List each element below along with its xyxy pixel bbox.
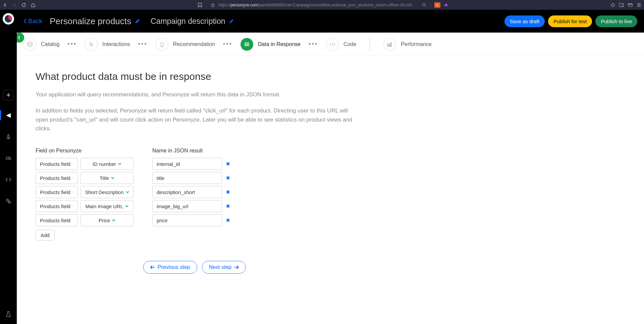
campaign-title: Personalize products xyxy=(50,16,141,27)
step-interactions[interactable]: Interactions xyxy=(85,38,130,51)
remove-row-icon[interactable]: ✖ xyxy=(226,175,230,181)
step-separator: ••• xyxy=(223,41,232,48)
description-1: Your application will query recommendati… xyxy=(36,90,354,99)
browser-home-icon[interactable] xyxy=(31,3,36,7)
save-draft-button[interactable]: Save as draft xyxy=(504,15,545,27)
attribute-dropdown[interactable]: Short Description xyxy=(80,186,133,198)
launch-icon[interactable] xyxy=(2,130,15,143)
svg-point-12 xyxy=(28,42,32,44)
campaigns-icon[interactable] xyxy=(2,108,15,122)
step-catalog[interactable]: Catalog xyxy=(23,38,59,51)
browser-forward-icon[interactable] xyxy=(12,3,17,7)
step-separator: ••• xyxy=(67,41,77,48)
lab-icon[interactable] xyxy=(2,307,15,321)
remove-row-icon[interactable]: ✖ xyxy=(226,161,230,167)
extensions-icon[interactable] xyxy=(610,3,615,7)
attribute-dropdown[interactable]: Price xyxy=(80,214,133,226)
json-name-input[interactable] xyxy=(152,214,222,226)
svg-rect-19 xyxy=(389,43,390,46)
browser-toolbar: https://personyze.com/panel/id/6668#cat=… xyxy=(0,0,644,10)
left-rail xyxy=(0,10,17,324)
section-title: What product data must be in response xyxy=(36,71,354,82)
remove-row-icon[interactable]: ✖ xyxy=(226,189,230,195)
previous-step-button[interactable]: Previous step xyxy=(143,261,197,274)
edit-title-icon[interactable] xyxy=(135,18,141,24)
brave-shield-icon[interactable]: 2 xyxy=(434,2,440,8)
step-bar: Catalog ••• Interactions ••• Recommendat… xyxy=(17,33,644,56)
back-link[interactable]: Back xyxy=(23,17,42,25)
svg-point-1 xyxy=(423,3,425,6)
step-recommendation[interactable]: Recommendation xyxy=(156,38,215,51)
json-name-input[interactable] xyxy=(152,172,222,184)
svg-rect-5 xyxy=(628,4,632,4)
svg-rect-2 xyxy=(620,3,624,7)
products-field-dropdown[interactable]: Products field xyxy=(36,200,78,212)
remove-row-icon[interactable]: ✖ xyxy=(226,218,230,223)
products-field-dropdown[interactable]: Products field xyxy=(36,172,78,184)
attribute-dropdown[interactable]: ID number xyxy=(80,158,133,170)
settings-icon[interactable] xyxy=(2,194,15,208)
sidepanel-icon[interactable] xyxy=(619,3,624,7)
edit-description-icon[interactable] xyxy=(229,18,234,24)
zoom-icon[interactable] xyxy=(422,3,427,7)
campaign-description: Campaign description xyxy=(151,17,234,26)
step-data[interactable]: Data in Response xyxy=(240,38,301,51)
description-2: In addition to fields you selected, Pers… xyxy=(36,106,354,133)
step-performance[interactable]: Performance xyxy=(383,38,432,51)
attribute-dropdown[interactable]: Main Image URL xyxy=(80,200,133,212)
browser-menu-icon[interactable] xyxy=(637,3,641,7)
add-button[interactable] xyxy=(3,90,14,100)
products-field-dropdown[interactable]: Products field xyxy=(36,158,78,170)
svg-rect-18 xyxy=(388,44,389,46)
json-name-input[interactable] xyxy=(152,186,222,198)
app-header: Back Personalize products Campaign descr… xyxy=(17,10,644,33)
lock-icon xyxy=(210,3,215,7)
publish-test-button[interactable]: Publish for test xyxy=(548,15,592,27)
publish-live-button[interactable]: Publish to live xyxy=(595,15,637,27)
step-code[interactable]: Code xyxy=(326,38,356,51)
bookmark-icon[interactable] xyxy=(198,3,202,7)
step-divider xyxy=(370,37,370,52)
column-header-json: Name in JSON result xyxy=(152,148,233,154)
dashboard-icon[interactable] xyxy=(2,151,15,165)
brave-rewards-icon[interactable] xyxy=(444,3,448,7)
svg-rect-4 xyxy=(628,4,632,6)
attribute-dropdown[interactable]: Title xyxy=(80,172,133,184)
add-field-button[interactable]: Add xyxy=(36,230,55,241)
next-step-button[interactable]: Next step xyxy=(202,261,246,274)
svg-point-11 xyxy=(8,201,10,203)
wallet-icon[interactable] xyxy=(628,3,633,7)
url-bar[interactable]: https://personyze.com/panel/id/6668#cat=… xyxy=(218,3,412,7)
browser-back-icon[interactable] xyxy=(3,3,7,7)
svg-rect-0 xyxy=(211,5,214,7)
svg-point-10 xyxy=(6,199,8,201)
step-separator: ••• xyxy=(309,41,318,48)
step-separator: ••• xyxy=(138,41,148,48)
remove-row-icon[interactable]: ✖ xyxy=(226,203,230,209)
app-logo[interactable] xyxy=(3,13,14,25)
json-name-input[interactable] xyxy=(152,200,222,212)
svg-rect-20 xyxy=(391,43,392,46)
products-field-dropdown[interactable]: Products field xyxy=(36,214,78,226)
code-icon[interactable] xyxy=(2,173,15,186)
browser-reload-icon[interactable] xyxy=(21,3,26,7)
column-header-field: Field on Personyze xyxy=(36,148,133,154)
products-field-dropdown[interactable]: Products field xyxy=(36,186,78,198)
json-name-input[interactable] xyxy=(152,158,222,170)
